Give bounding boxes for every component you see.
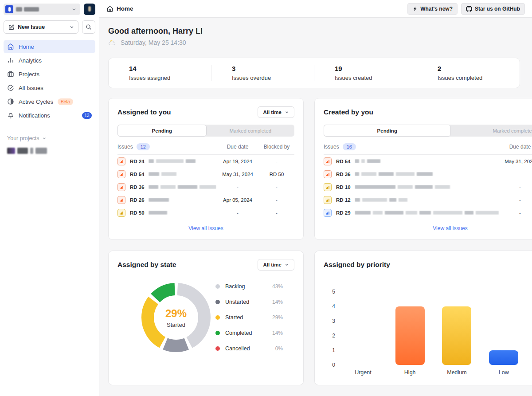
home-icon: [106, 5, 113, 12]
your-projects-label: Your projects: [7, 135, 39, 141]
stat-value: 19: [335, 65, 417, 72]
bar-chart-icon: [7, 57, 14, 64]
due-date: -: [216, 210, 259, 216]
issue-row[interactable]: RD 29 -: [324, 206, 532, 219]
search-button[interactable]: [82, 20, 95, 34]
sidebar-item-label: Active Cycles: [19, 98, 53, 105]
issue-row[interactable]: RD 26 Apr 05, 2024 -: [117, 193, 294, 206]
project-list-redacted[interactable]: [4, 148, 95, 154]
new-issue-label: New Issue: [18, 24, 45, 30]
whats-new-button[interactable]: What's new?: [407, 3, 458, 15]
tab-bar: Pending Marked completed: [117, 125, 294, 137]
github-star-button[interactable]: Star us on GitHub: [461, 3, 525, 15]
issue-row[interactable]: RD 36 -: [324, 168, 532, 180]
briefcase-icon: [7, 71, 14, 78]
blocked-by: RD 50: [259, 172, 294, 177]
due-date: Apr 19, 2024: [216, 159, 259, 164]
sidebar-item-home[interactable]: Home: [4, 40, 95, 53]
legend-value: 14%: [272, 299, 283, 305]
tab-marked-completed[interactable]: Marked completed: [451, 125, 532, 137]
priority-bar-chart: 012345 UrgentHighMediumLowNone: [324, 292, 532, 376]
edit-icon: [8, 24, 15, 30]
issue-title-redacted: [355, 211, 499, 215]
sidebar-item-label: Projects: [19, 71, 39, 78]
donut-center-label: Started: [167, 322, 185, 328]
priority-icon: [117, 196, 125, 204]
assigned-by-state-card: Assigned by state All time 29% Started: [108, 251, 304, 385]
workspace-name-redacted: [16, 7, 69, 12]
stat-value: 3: [232, 65, 314, 72]
legend-label: Cancelled: [225, 345, 275, 352]
view-all-issues-link[interactable]: View all issues: [117, 225, 294, 231]
legend-value: 0%: [275, 345, 283, 352]
chevron-down-icon: [69, 24, 74, 30]
due-date: -: [499, 197, 532, 203]
your-projects-toggle[interactable]: Your projects: [4, 135, 95, 141]
x-label-high: High: [387, 369, 434, 376]
new-issue-dropdown[interactable]: [65, 21, 78, 33]
issue-row[interactable]: RD 24 Apr 19, 2024 -: [117, 155, 294, 168]
blocked-by: -: [259, 210, 294, 216]
stat-label: Issues overdue: [232, 74, 314, 81]
created-by-you-card: Created by you All time Pending Marked c…: [314, 98, 532, 240]
issues-label: Issues: [324, 144, 339, 150]
issue-list: RD 54 May 31, 2024 RD 36 -: [324, 155, 532, 219]
sidebar-item-analytics[interactable]: Analytics: [4, 54, 95, 67]
card-title: Assigned by priority: [324, 261, 390, 269]
priority-icon: [324, 209, 332, 217]
tab-pending[interactable]: Pending: [324, 125, 451, 137]
column-due-date: Due date: [499, 144, 532, 150]
issue-row[interactable]: RD 12 -: [324, 193, 532, 206]
x-label-urgent: Urgent: [340, 369, 387, 376]
x-label-medium: Medium: [434, 369, 481, 376]
view-all-issues-link[interactable]: View all issues: [324, 225, 532, 231]
tab-marked-completed[interactable]: Marked completed: [207, 125, 295, 137]
sidebar-item-active-cycles[interactable]: Active Cycles Beta: [4, 95, 95, 108]
search-icon: [86, 24, 92, 30]
legend-item-completed: Completed 14%: [215, 330, 283, 336]
new-issue-split-button: New Issue: [4, 20, 78, 34]
issue-row[interactable]: RD 10 -: [324, 180, 532, 193]
lightning-icon: [412, 6, 418, 12]
duration-filter-button[interactable]: All time: [258, 106, 294, 118]
duration-filter-label: All time: [263, 262, 282, 267]
sidebar-item-all-issues[interactable]: All Issues: [4, 81, 95, 94]
issue-id: RD 54: [130, 172, 149, 177]
new-issue-button[interactable]: New Issue: [4, 24, 65, 30]
bell-icon: [7, 112, 14, 119]
legend-item-cancelled: Cancelled 0%: [215, 345, 283, 352]
assigned-by-priority-card: Assigned by priority All time 012345 Urg…: [314, 251, 532, 385]
card-title: Assigned by state: [117, 261, 176, 269]
stat-label: Issues assigned: [129, 74, 211, 81]
duration-filter-button[interactable]: All time: [258, 259, 294, 271]
issue-row[interactable]: RD 50 - -: [117, 206, 294, 219]
breadcrumb-label: Home: [117, 5, 133, 12]
legend-value: 29%: [272, 314, 283, 321]
bar-low: [489, 350, 518, 365]
chevron-down-icon: [285, 110, 289, 114]
issues-count-badge: 12: [137, 143, 150, 150]
issue-title-redacted: [355, 159, 499, 163]
legend-item-backlog: Backlog 43%: [215, 283, 283, 290]
breadcrumb[interactable]: Home: [106, 5, 133, 12]
stats-summary-card: 14 Issues assigned 3 Issues overdue 19 I…: [108, 58, 520, 88]
issue-title-redacted: [355, 172, 499, 176]
workspace-switcher[interactable]: [4, 4, 80, 15]
sidebar-item-projects[interactable]: Projects: [4, 67, 95, 81]
legend-label: Unstarted: [225, 299, 272, 305]
tab-bar: Pending Marked completed: [324, 125, 532, 137]
sidebar: New Issue Home: [0, 0, 99, 396]
due-date: -: [499, 210, 532, 216]
issue-row[interactable]: RD 54 May 31, 2024: [324, 155, 532, 168]
state-legend: Backlog 43% Unstarted 14% Started: [215, 283, 283, 352]
sidebar-item-label: Home: [19, 43, 34, 50]
sidebar-item-notifications[interactable]: Notifications 13: [4, 109, 95, 122]
bars: [340, 292, 532, 365]
issue-row[interactable]: RD 54 May 31, 2024 RD 50: [117, 168, 294, 180]
priority-icon: [324, 196, 332, 204]
tab-pending[interactable]: Pending: [117, 125, 207, 137]
issue-row[interactable]: RD 36 - -: [117, 180, 294, 193]
user-avatar[interactable]: [84, 4, 95, 15]
issue-title-redacted: [149, 211, 216, 215]
issue-id: RD 50: [130, 210, 149, 216]
